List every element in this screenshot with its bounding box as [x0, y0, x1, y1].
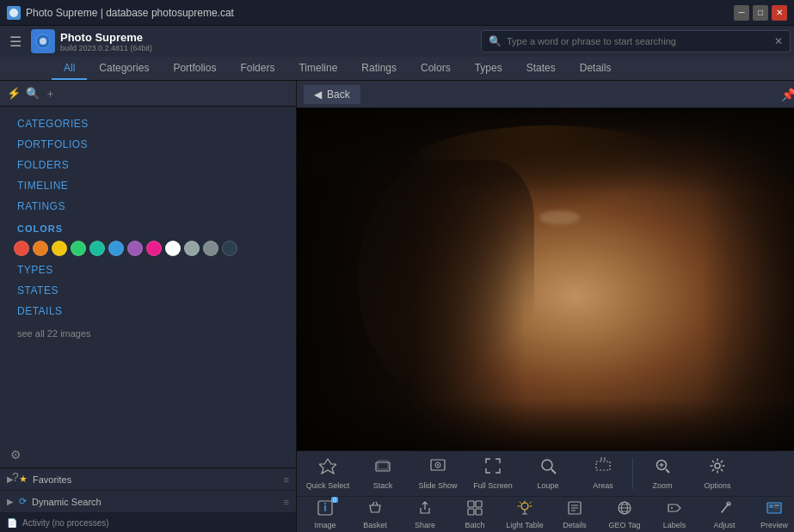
svg-line-10 — [551, 469, 556, 474]
tab-details[interactable]: Details — [568, 58, 624, 80]
status-bar: 📄 Activity (no processes) — [0, 513, 296, 532]
quick-select-button[interactable]: Quick Select — [300, 453, 355, 494]
loupe-label: Loupe — [537, 481, 558, 490]
color-swatch-blue[interactable] — [108, 241, 124, 256]
minimize-button[interactable]: ─ — [734, 5, 749, 21]
favorites-menu-icon[interactable]: ≡ — [284, 474, 289, 485]
sidebar-item-portfolios[interactable]: PORTFOLIOS — [0, 134, 296, 155]
sidebar-item-timeline[interactable]: TIMELINE — [0, 175, 296, 196]
light-table-button[interactable]: Light Table — [500, 498, 550, 531]
back-button[interactable]: ◀ Back — [304, 85, 360, 104]
sidebar-item-states[interactable]: STATES — [0, 280, 296, 301]
dynamic-search-expand-icon: ▶ — [7, 497, 14, 506]
color-swatch-orange[interactable] — [33, 241, 48, 256]
color-swatch-dark[interactable] — [222, 241, 237, 256]
maximize-button[interactable]: □ — [753, 5, 768, 21]
adjust-button[interactable]: Adjust — [699, 498, 749, 531]
sidebar-filter-button[interactable]: ⚡ — [7, 87, 21, 100]
labels-button[interactable]: Labels — [649, 498, 699, 531]
zoom-button[interactable]: Zoom — [635, 453, 690, 494]
tab-types[interactable]: Types — [463, 58, 514, 80]
labels-icon — [667, 500, 682, 519]
color-swatch-yellow[interactable] — [52, 241, 67, 256]
share-button[interactable]: Share — [400, 498, 450, 531]
color-swatch-green[interactable] — [71, 241, 86, 256]
svg-rect-41 — [774, 507, 779, 508]
tab-portfolios[interactable]: Portfolios — [161, 58, 228, 80]
app-build: build 2023.0.2.4811 (64bit) — [60, 44, 152, 52]
share-icon — [417, 500, 433, 519]
back-chevron-icon: ◀ — [314, 89, 322, 101]
hamburger-menu-button[interactable]: ☰ — [3, 29, 28, 53]
see-all-link[interactable]: see all 22 images — [0, 321, 296, 345]
slideshow-button[interactable]: Slide Show — [410, 453, 465, 494]
tab-folders[interactable]: Folders — [228, 58, 286, 80]
details-tool-button[interactable]: Details — [550, 498, 600, 531]
loupe-button[interactable]: Loupe — [520, 453, 575, 494]
help-icon[interactable]: ? — [3, 467, 28, 487]
color-swatch-pink[interactable] — [146, 241, 162, 256]
search-clear-icon[interactable]: ✕ — [774, 35, 783, 47]
preview-label: Preview — [760, 521, 788, 529]
color-swatch-teal[interactable] — [89, 241, 105, 256]
close-button[interactable]: ✕ — [772, 5, 787, 21]
tab-colors[interactable]: Colors — [409, 58, 463, 80]
geotag-button[interactable]: GEO Tag — [600, 498, 649, 531]
image-button[interactable]: 0 Image — [300, 498, 350, 531]
zoom-label: Zoom — [652, 481, 672, 490]
app-icon — [7, 6, 21, 20]
tab-categories[interactable]: Categories — [87, 58, 161, 80]
colors-grid — [0, 237, 296, 260]
options-button[interactable]: Options — [690, 453, 745, 494]
preview-button[interactable]: Preview — [749, 498, 794, 531]
back-label: Back — [327, 89, 350, 101]
geotag-icon — [617, 500, 632, 519]
sidebar-item-details[interactable]: DETAILS — [0, 301, 296, 321]
color-swatch-purple[interactable] — [127, 241, 143, 256]
color-swatch-silver[interactable] — [184, 241, 200, 256]
svg-point-0 — [9, 9, 18, 17]
tab-timeline[interactable]: Timeline — [286, 58, 349, 80]
svg-rect-24 — [468, 509, 474, 515]
color-swatch-gray[interactable] — [203, 241, 219, 256]
footer-item-dynamic-search[interactable]: ▶ ⟳ Dynamic Search ≡ — [0, 491, 296, 513]
sidebar-item-folders[interactable]: FOLDERS — [0, 155, 296, 175]
logo-area: Photo Supreme build 2023.0.2.4811 (64bit… — [31, 29, 152, 53]
sidebar-search-button[interactable]: 🔍 — [26, 87, 40, 100]
quick-select-icon — [319, 457, 336, 479]
search-input[interactable] — [507, 36, 774, 46]
light-table-icon — [517, 500, 532, 519]
tab-all[interactable]: All — [52, 58, 87, 80]
loupe-icon — [539, 457, 557, 479]
tab-ratings[interactable]: Ratings — [349, 58, 409, 80]
fullscreen-button[interactable]: Full Screen — [465, 453, 520, 494]
dynamic-search-label: Dynamic Search — [32, 497, 102, 507]
footer-item-favorites[interactable]: ▶ ★ Favorites ≡ — [0, 468, 296, 491]
window-title: Photo Supreme | database photosupreme.ca… — [26, 7, 734, 19]
svg-point-36 — [671, 507, 673, 509]
areas-button[interactable]: Areas — [575, 453, 631, 494]
sidebar-item-categories[interactable]: CATEGORIES — [0, 113, 296, 134]
tab-states[interactable]: States — [514, 58, 568, 80]
fullscreen-icon — [484, 457, 502, 479]
sidebar-item-types[interactable]: TYPES — [0, 260, 296, 280]
svg-point-9 — [542, 460, 552, 470]
svg-point-2 — [40, 38, 46, 45]
sidebar-add-button[interactable]: ＋ — [45, 86, 56, 101]
sidebar-utility-icons: ⚙ ? — [0, 441, 31, 491]
stack-button[interactable]: Stack — [355, 453, 410, 494]
adjust-icon — [717, 500, 732, 519]
stack-icon — [374, 457, 391, 479]
image-area — [297, 108, 794, 450]
settings-icon[interactable]: ⚙ — [3, 444, 28, 465]
details-tool-label: Details — [563, 521, 587, 529]
color-swatch-red[interactable] — [14, 241, 29, 256]
titlebar: Photo Supreme | database photosupreme.ca… — [0, 0, 794, 26]
color-swatch-white[interactable] — [165, 241, 181, 256]
basket-button[interactable]: Basket — [350, 498, 400, 531]
batch-button[interactable]: Batch — [450, 498, 500, 531]
dynamic-search-menu-icon[interactable]: ≡ — [284, 497, 289, 507]
sidebar-item-ratings[interactable]: RATINGS — [0, 196, 296, 217]
pin-icon[interactable]: 📌 — [781, 88, 794, 101]
svg-point-21 — [324, 503, 326, 504]
